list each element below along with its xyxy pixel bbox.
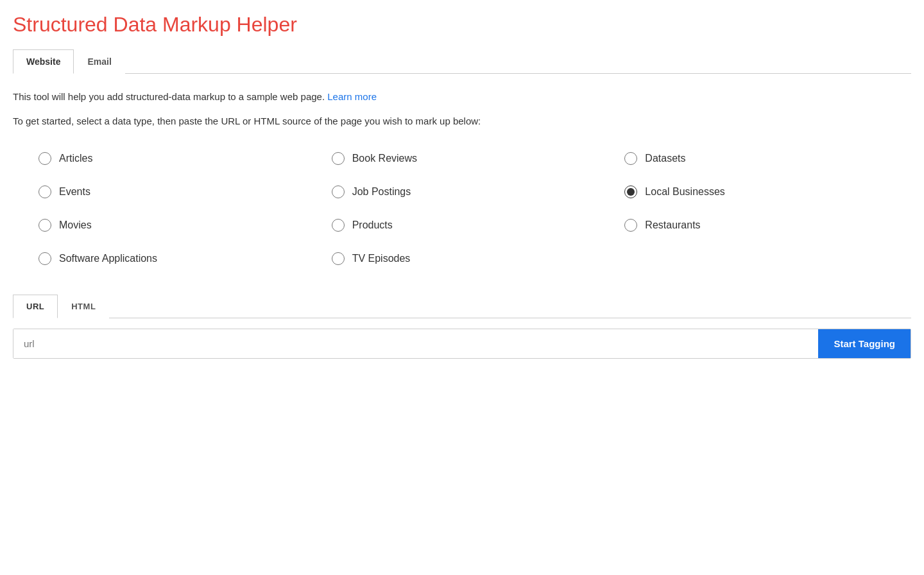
tab-website[interactable]: Website (13, 49, 74, 74)
radio-movies[interactable] (38, 219, 51, 232)
start-tagging-button[interactable]: Start Tagging (818, 329, 911, 358)
data-type-grid: Articles Book Reviews Datasets Events Jo… (32, 142, 911, 275)
radio-book-reviews[interactable] (332, 152, 345, 165)
url-input-row: Start Tagging (13, 329, 911, 359)
radio-software-applications[interactable] (38, 252, 51, 265)
description-line2: To get started, select a data type, then… (13, 114, 911, 129)
option-datasets[interactable]: Datasets (618, 142, 911, 175)
description-line1: This tool will help you add structured-d… (13, 89, 911, 105)
main-tabs: Website Email (13, 49, 911, 74)
url-tabs: URL HTML (13, 295, 911, 318)
radio-articles[interactable] (38, 152, 51, 165)
radio-restaurants[interactable] (624, 219, 637, 232)
radio-job-postings[interactable] (332, 185, 345, 198)
option-book-reviews[interactable]: Book Reviews (325, 142, 619, 175)
url-input[interactable] (13, 329, 818, 358)
radio-products[interactable] (332, 219, 345, 232)
option-products[interactable]: Products (325, 209, 619, 242)
option-job-postings[interactable]: Job Postings (325, 175, 619, 209)
tab-email[interactable]: Email (74, 49, 124, 74)
option-software-applications[interactable]: Software Applications (32, 242, 325, 275)
option-movies[interactable]: Movies (32, 209, 325, 242)
option-local-businesses[interactable]: Local Businesses (618, 175, 911, 209)
radio-tv-episodes[interactable] (332, 252, 345, 265)
radio-local-businesses[interactable] (624, 185, 637, 198)
tab-url[interactable]: URL (13, 295, 58, 318)
page-title: Structured Data Markup Helper (13, 13, 911, 37)
option-articles[interactable]: Articles (32, 142, 325, 175)
radio-datasets[interactable] (624, 152, 637, 165)
option-events[interactable]: Events (32, 175, 325, 209)
learn-more-link[interactable]: Learn more (327, 91, 377, 102)
option-restaurants[interactable]: Restaurants (618, 209, 911, 242)
option-tv-episodes[interactable]: TV Episodes (325, 242, 619, 275)
tab-html[interactable]: HTML (58, 295, 109, 318)
radio-events[interactable] (38, 185, 51, 198)
